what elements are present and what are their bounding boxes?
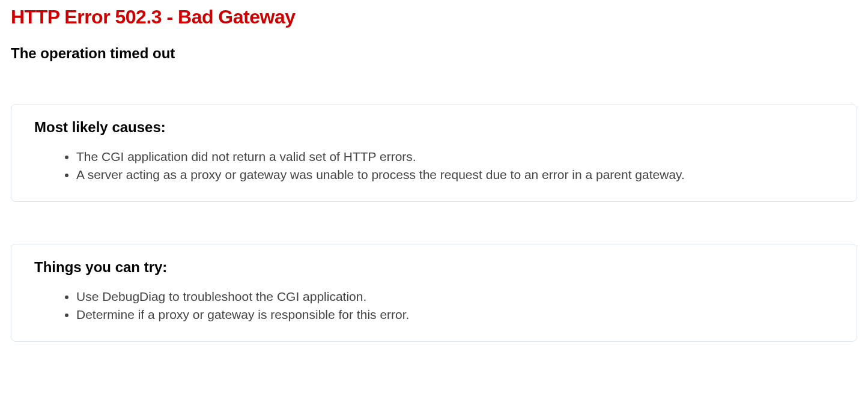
causes-section: Most likely causes: The CGI application … — [11, 104, 857, 202]
list-item: Determine if a proxy or gateway is respo… — [76, 306, 834, 324]
list-item: A server acting as a proxy or gateway wa… — [76, 166, 834, 184]
error-subtitle: The operation timed out — [11, 45, 857, 62]
list-item: Use DebugDiag to troubleshoot the CGI ap… — [76, 288, 834, 306]
tries-section: Things you can try: Use DebugDiag to tro… — [11, 244, 857, 342]
causes-list: The CGI application did not return a val… — [34, 148, 834, 184]
error-title: HTTP Error 502.3 - Bad Gateway — [11, 6, 857, 28]
list-item: The CGI application did not return a val… — [76, 148, 834, 166]
tries-list: Use DebugDiag to troubleshoot the CGI ap… — [34, 288, 834, 324]
causes-heading: Most likely causes: — [34, 119, 834, 136]
tries-heading: Things you can try: — [34, 259, 834, 276]
